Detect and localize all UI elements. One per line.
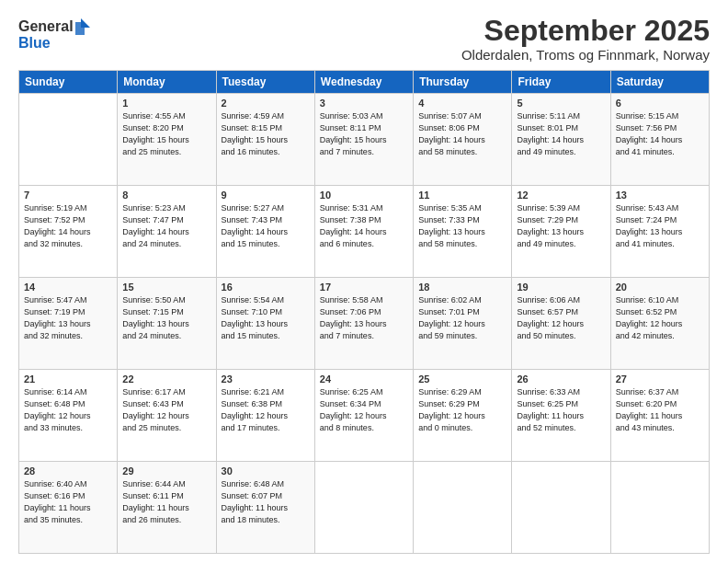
column-header-monday: Monday [118,71,216,94]
week-row-5: 28Sunrise: 6:40 AM Sunset: 6:16 PM Dayli… [19,462,710,554]
page: General Blue September 2025 Olderdalen, … [0,0,728,563]
week-row-3: 14Sunrise: 5:47 AM Sunset: 7:19 PM Dayli… [19,278,710,370]
day-info: Sunrise: 6:29 AM Sunset: 6:29 PM Dayligh… [418,386,506,434]
day-number: 12 [517,190,605,201]
calendar-table: SundayMondayTuesdayWednesdayThursdayFrid… [18,70,710,554]
day-number: 9 [222,190,310,201]
header: General Blue September 2025 Olderdalen, … [18,15,710,63]
calendar-cell: 1Sunrise: 4:55 AM Sunset: 8:20 PM Daylig… [118,94,216,186]
calendar-cell [314,462,413,554]
day-number: 30 [222,465,310,477]
day-number: 18 [418,282,506,293]
calendar-cell: 5Sunrise: 5:11 AM Sunset: 8:01 PM Daylig… [512,94,610,186]
column-header-wednesday: Wednesday [314,71,413,94]
day-number: 3 [320,98,408,109]
calendar-cell: 21Sunrise: 6:14 AM Sunset: 6:48 PM Dayli… [19,370,118,462]
day-info: Sunrise: 6:48 AM Sunset: 6:07 PM Dayligh… [222,478,310,526]
calendar-cell: 10Sunrise: 5:31 AM Sunset: 7:38 PM Dayli… [314,186,413,278]
week-row-2: 7Sunrise: 5:19 AM Sunset: 7:52 PM Daylig… [19,186,710,278]
day-info: Sunrise: 5:31 AM Sunset: 7:38 PM Dayligh… [320,202,408,250]
calendar-cell: 25Sunrise: 6:29 AM Sunset: 6:29 PM Dayli… [414,370,512,462]
day-info: Sunrise: 5:58 AM Sunset: 7:06 PM Dayligh… [320,294,408,342]
day-number: 28 [24,465,112,477]
day-info: Sunrise: 5:15 AM Sunset: 7:56 PM Dayligh… [616,110,704,158]
svg-text:Blue: Blue [18,35,51,51]
column-header-saturday: Saturday [610,71,709,94]
day-number: 16 [222,282,310,293]
calendar-cell: 13Sunrise: 5:43 AM Sunset: 7:24 PM Dayli… [610,186,709,278]
calendar-cell: 7Sunrise: 5:19 AM Sunset: 7:52 PM Daylig… [19,186,118,278]
day-number: 14 [24,282,112,293]
calendar-cell [19,94,118,186]
calendar-cell: 16Sunrise: 5:54 AM Sunset: 7:10 PM Dayli… [216,278,314,370]
day-info: Sunrise: 6:33 AM Sunset: 6:25 PM Dayligh… [517,386,605,434]
day-info: Sunrise: 4:55 AM Sunset: 8:20 PM Dayligh… [122,110,210,158]
calendar-cell: 6Sunrise: 5:15 AM Sunset: 7:56 PM Daylig… [610,94,709,186]
column-header-sunday: Sunday [19,71,118,94]
calendar-cell [512,462,610,554]
calendar-cell: 27Sunrise: 6:37 AM Sunset: 6:20 PM Dayli… [610,370,709,462]
column-header-thursday: Thursday [414,71,512,94]
day-number: 11 [418,190,506,201]
day-info: Sunrise: 5:19 AM Sunset: 7:52 PM Dayligh… [24,202,112,250]
calendar-subtitle: Olderdalen, Troms og Finnmark, Norway [461,47,710,63]
week-row-4: 21Sunrise: 6:14 AM Sunset: 6:48 PM Dayli… [19,370,710,462]
calendar-cell: 17Sunrise: 5:58 AM Sunset: 7:06 PM Dayli… [314,278,413,370]
day-number: 27 [616,373,704,385]
calendar-cell: 19Sunrise: 6:06 AM Sunset: 6:57 PM Dayli… [512,278,610,370]
calendar-cell: 8Sunrise: 5:23 AM Sunset: 7:47 PM Daylig… [118,186,216,278]
day-number: 13 [616,190,704,201]
day-number: 26 [517,373,605,385]
title-block: September 2025 Olderdalen, Troms og Finn… [461,15,710,63]
day-info: Sunrise: 6:14 AM Sunset: 6:48 PM Dayligh… [24,386,112,434]
day-info: Sunrise: 5:11 AM Sunset: 8:01 PM Dayligh… [517,110,605,158]
calendar-cell [414,462,512,554]
day-info: Sunrise: 5:23 AM Sunset: 7:47 PM Dayligh… [122,202,210,250]
day-info: Sunrise: 6:21 AM Sunset: 6:38 PM Dayligh… [222,386,310,434]
calendar-cell: 18Sunrise: 6:02 AM Sunset: 7:01 PM Dayli… [414,278,512,370]
column-header-friday: Friday [512,71,610,94]
day-number: 5 [517,98,605,109]
day-info: Sunrise: 6:25 AM Sunset: 6:34 PM Dayligh… [320,386,408,434]
day-info: Sunrise: 5:50 AM Sunset: 7:15 PM Dayligh… [122,294,210,342]
day-info: Sunrise: 6:17 AM Sunset: 6:43 PM Dayligh… [122,386,210,434]
day-info: Sunrise: 6:44 AM Sunset: 6:11 PM Dayligh… [122,478,210,526]
day-number: 22 [122,373,210,385]
day-number: 17 [320,282,408,293]
day-number: 10 [320,190,408,201]
calendar-title: September 2025 [461,15,710,47]
day-info: Sunrise: 5:43 AM Sunset: 7:24 PM Dayligh… [616,202,704,250]
day-number: 8 [122,190,210,201]
calendar-cell: 29Sunrise: 6:44 AM Sunset: 6:11 PM Dayli… [118,462,216,554]
svg-text:General: General [18,18,74,34]
calendar-cell: 20Sunrise: 6:10 AM Sunset: 6:52 PM Dayli… [610,278,709,370]
week-row-1: 1Sunrise: 4:55 AM Sunset: 8:20 PM Daylig… [19,94,710,186]
day-number: 23 [222,373,310,385]
calendar-cell: 30Sunrise: 6:48 AM Sunset: 6:07 PM Dayli… [216,462,314,554]
calendar-cell: 15Sunrise: 5:50 AM Sunset: 7:15 PM Dayli… [118,278,216,370]
day-info: Sunrise: 6:10 AM Sunset: 6:52 PM Dayligh… [616,294,704,342]
day-number: 21 [24,373,112,385]
day-number: 7 [24,190,112,201]
day-number: 25 [418,373,506,385]
calendar-cell: 28Sunrise: 6:40 AM Sunset: 6:16 PM Dayli… [19,462,118,554]
day-number: 4 [418,98,506,109]
day-info: Sunrise: 6:06 AM Sunset: 6:57 PM Dayligh… [517,294,605,342]
day-info: Sunrise: 5:47 AM Sunset: 7:19 PM Dayligh… [24,294,112,342]
day-number: 24 [320,373,408,385]
day-info: Sunrise: 5:54 AM Sunset: 7:10 PM Dayligh… [222,294,310,342]
calendar-cell: 2Sunrise: 4:59 AM Sunset: 8:15 PM Daylig… [216,94,314,186]
calendar-cell: 24Sunrise: 6:25 AM Sunset: 6:34 PM Dayli… [314,370,413,462]
column-header-tuesday: Tuesday [216,71,314,94]
calendar-body: 1Sunrise: 4:55 AM Sunset: 8:20 PM Daylig… [19,94,710,554]
calendar-header-row: SundayMondayTuesdayWednesdayThursdayFrid… [19,71,710,94]
calendar-cell: 23Sunrise: 6:21 AM Sunset: 6:38 PM Dayli… [216,370,314,462]
calendar-cell: 14Sunrise: 5:47 AM Sunset: 7:19 PM Dayli… [19,278,118,370]
day-info: Sunrise: 5:27 AM Sunset: 7:43 PM Dayligh… [222,202,310,250]
calendar-cell: 4Sunrise: 5:07 AM Sunset: 8:06 PM Daylig… [414,94,512,186]
day-number: 19 [517,282,605,293]
calendar-cell: 12Sunrise: 5:39 AM Sunset: 7:29 PM Dayli… [512,186,610,278]
day-info: Sunrise: 5:03 AM Sunset: 8:11 PM Dayligh… [320,110,408,158]
day-number: 15 [122,282,210,293]
day-number: 29 [122,465,210,477]
